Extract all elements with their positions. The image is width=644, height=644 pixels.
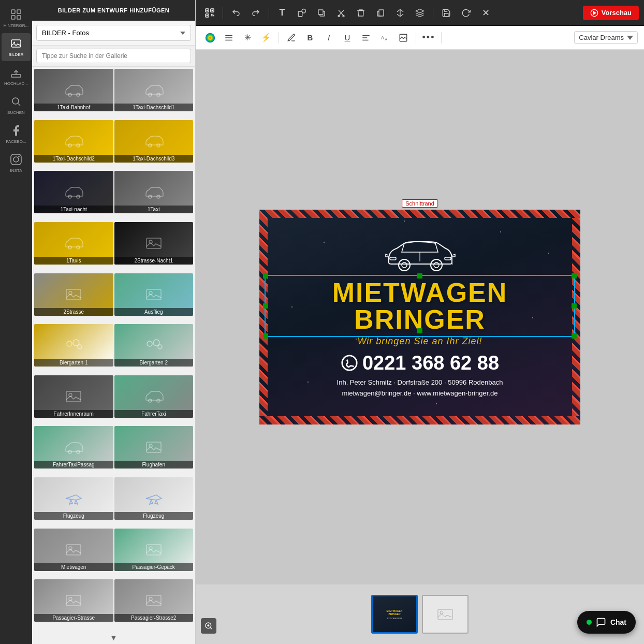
- scroll-down-arrow[interactable]: ▼: [32, 632, 195, 644]
- svg-rect-8: [11, 154, 21, 165]
- bottom-strip: MIETWAGENBRINGER 0221 368 62 88 Ch: [196, 584, 644, 644]
- pen-btn[interactable]: [283, 30, 300, 46]
- image-label-8: 2Strasse-Nacht1: [114, 257, 194, 265]
- sidebar-item-bilder[interactable]: BILDER: [2, 33, 31, 61]
- shapes-button[interactable]: [293, 4, 311, 22]
- svg-rect-61: [211, 15, 212, 16]
- svg-rect-25: [147, 238, 161, 248]
- handle-bl[interactable]: [263, 333, 268, 339]
- search-input[interactable]: [36, 49, 191, 63]
- address-line2: mietwagen@bringer.de · www.mietwagen-bri…: [337, 388, 503, 399]
- chat-button[interactable]: Chat: [577, 611, 636, 634]
- image-cell-16[interactable]: Flughafen: [114, 426, 194, 469]
- handle-br[interactable]: [572, 333, 577, 339]
- svg-point-34: [147, 341, 152, 346]
- more-btn[interactable]: •••: [420, 30, 437, 46]
- image-cell-11[interactable]: Biergarten 1: [34, 324, 113, 367]
- image-cell-20[interactable]: Passagier-Gepäck: [114, 529, 194, 571]
- image-cell-12[interactable]: Biergarten 2: [114, 324, 194, 367]
- bold-btn[interactable]: B: [302, 30, 318, 46]
- svg-rect-69: [379, 10, 384, 16]
- qr-button[interactable]: [201, 4, 218, 22]
- category-dropdown[interactable]: BILDER - Fotos: [36, 25, 191, 41]
- redo-button[interactable]: [247, 4, 265, 22]
- sparkle-btn[interactable]: ✳: [239, 30, 256, 46]
- image-cell-21[interactable]: Passagier-Strasse: [34, 579, 113, 622]
- svg-point-19: [68, 195, 71, 198]
- color-btn[interactable]: [202, 30, 218, 46]
- sidebar-item-facebook[interactable]: FACEBO...: [2, 120, 31, 148]
- image-cell-9[interactable]: 2Strasse: [34, 273, 113, 316]
- image-cell-1[interactable]: 1Taxi-Bahnhof: [34, 69, 113, 111]
- thumbnail-2[interactable]: [422, 595, 469, 634]
- svg-point-16: [77, 144, 80, 147]
- image-cell-15[interactable]: FahrerTaxiPassag: [34, 426, 113, 469]
- flip-button[interactable]: [391, 4, 409, 22]
- handle-tl[interactable]: [263, 273, 268, 279]
- image-cell-17[interactable]: Flugzeug: [34, 477, 113, 520]
- image-cell-18[interactable]: Flugzeug: [114, 477, 194, 520]
- preview-button[interactable]: Vorschau: [583, 6, 639, 20]
- image-cell-4[interactable]: 1Taxi-Dachschild3: [114, 120, 194, 163]
- image-label-10: Ausflieg: [114, 308, 194, 316]
- svg-point-41: [68, 450, 71, 453]
- text-align-btn[interactable]: [358, 30, 374, 46]
- preview-label: Vorschau: [602, 9, 632, 17]
- svg-rect-56: [207, 9, 208, 11]
- thumbnail-1[interactable]: MIETWAGENBRINGER 0221 368 62 88: [371, 595, 418, 634]
- image-cell-2[interactable]: 1Taxi-Dachschild1: [114, 69, 194, 111]
- flyer-subtitle: Wir bringen Sie an Ihr Ziel!: [358, 336, 482, 347]
- copy2-button[interactable]: [313, 4, 330, 22]
- flyer-design[interactable]: MIETWAGEN BRINGER Wir bringen Sie an Ihr…: [259, 210, 580, 425]
- image-cell-13[interactable]: FahrerInnenraum: [34, 375, 113, 418]
- image-label-16: Flughafen: [114, 461, 194, 469]
- sidebar-label-hochlad: HOCHLAD...: [4, 81, 28, 86]
- undo-button[interactable]: [227, 4, 245, 22]
- svg-rect-66: [318, 10, 323, 14]
- sidebar-item-hochlad[interactable]: HOCHLAD...: [2, 62, 31, 90]
- underline-btn[interactable]: U: [339, 30, 356, 46]
- svg-point-24: [77, 246, 80, 249]
- image-cell-14[interactable]: FahrerTaxi: [114, 375, 194, 418]
- image-cell-22[interactable]: Passagier-Strasse2: [114, 579, 194, 622]
- save-button[interactable]: [437, 4, 455, 22]
- svg-rect-62: [212, 15, 214, 16]
- cut-button[interactable]: [332, 4, 350, 22]
- svg-rect-84: [445, 257, 451, 260]
- image-cell-7[interactable]: 1Taxis: [34, 222, 113, 265]
- image-cell-19[interactable]: Mietwagen: [34, 529, 113, 571]
- refresh-button[interactable]: [457, 4, 475, 22]
- sidebar-label-facebook: FACEBO...: [6, 139, 26, 144]
- image-frame-btn[interactable]: [395, 30, 412, 46]
- text-button[interactable]: T: [273, 4, 291, 22]
- svg-point-17: [149, 144, 152, 147]
- lightning-btn[interactable]: ⚡: [258, 30, 274, 46]
- svg-rect-1: [17, 10, 21, 13]
- handle-tr[interactable]: [572, 273, 577, 279]
- image-cell-10[interactable]: Ausflieg: [114, 273, 194, 316]
- svg-point-85: [399, 259, 410, 271]
- text-size-btn[interactable]: A A: [376, 30, 393, 46]
- flyer-title[interactable]: MIETWAGEN BRINGER: [269, 279, 571, 333]
- image-label-15: FahrerTaxiPassag: [34, 461, 113, 469]
- close-button[interactable]: ✕: [477, 4, 494, 22]
- chevron-down-icon: [627, 36, 633, 40]
- zoom-button[interactable]: [201, 618, 216, 634]
- image-cell-8[interactable]: 2Strasse-Nacht1: [114, 222, 194, 265]
- italic-btn[interactable]: I: [320, 30, 337, 46]
- font-selector[interactable]: Caviar Dreams: [574, 31, 638, 44]
- delete-button[interactable]: [352, 4, 370, 22]
- paste-button[interactable]: [372, 4, 389, 22]
- handle-mr[interactable]: [572, 303, 577, 309]
- align-btn[interactable]: [221, 30, 237, 46]
- image-label-5: 1Taxi-nacht: [34, 206, 113, 213]
- layers-button[interactable]: [411, 4, 429, 22]
- sidebar-item-hintergrund[interactable]: HINTERGR...: [2, 4, 31, 32]
- sidebar-item-insta[interactable]: INSTA: [2, 149, 31, 177]
- image-cell-5[interactable]: 1Taxi-nacht: [34, 171, 113, 213]
- image-cell-3[interactable]: 1Taxi-Dachschild2: [34, 120, 113, 163]
- image-cell-6[interactable]: 1Taxi: [114, 171, 194, 213]
- svg-rect-83: [390, 257, 396, 260]
- sidebar-item-suchen[interactable]: SUCHEN: [2, 91, 31, 119]
- handle-ml[interactable]: [263, 303, 268, 309]
